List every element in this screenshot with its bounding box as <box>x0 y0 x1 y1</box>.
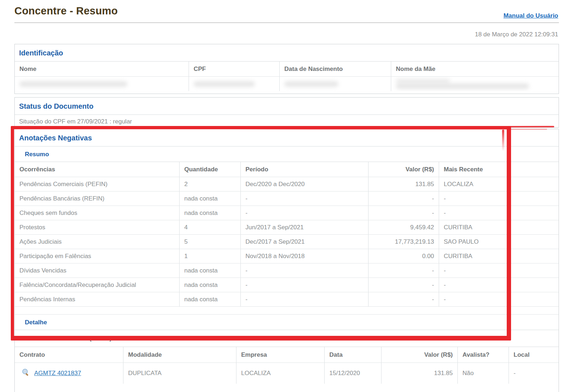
valor-cell: 17,773,219.13 <box>368 235 439 249</box>
valor-cell: - <box>368 263 439 278</box>
column-header-data: Data <box>324 347 381 362</box>
column-header-empresa: Empresa <box>236 347 324 362</box>
ocorrencia-cell: Dívidas Vencidas <box>15 263 179 278</box>
valor-cell: 9,459.42 <box>368 220 439 234</box>
table-row <box>15 77 559 91</box>
table-row: Pendências Comerciais (PEFIN) 2 Dec/2020… <box>15 177 559 192</box>
redacted-value <box>396 84 529 89</box>
ocorrencia-cell: Pendências Bancárias (REFIN) <box>15 192 179 206</box>
column-header-mae: Nome da Mãe <box>391 62 559 76</box>
magnifier-icon[interactable] <box>22 368 30 378</box>
cpf-value-cell <box>189 77 279 91</box>
concentre-report-page: Concentre - Resumo Manual do Usuário 18 … <box>0 0 569 392</box>
periodo-cell: Dec/2017 a Sep/2021 <box>240 235 368 249</box>
quantidade-cell: 1 <box>179 249 240 263</box>
column-header-mais-recente: Mais Recente <box>439 162 559 177</box>
nome-value-cell <box>15 77 189 91</box>
table-row: Pendências Internas nada consta - - - <box>15 292 559 307</box>
mais-recente-cell: - <box>439 263 559 278</box>
column-header-periodo: Período <box>240 162 368 177</box>
mais-recente-cell: - <box>439 192 559 206</box>
page-title: Concentre - Resumo <box>14 5 118 17</box>
valor-cell: - <box>368 206 439 220</box>
section-spacer <box>15 307 559 315</box>
mais-recente-cell: - <box>439 206 559 220</box>
valor-cell: - <box>368 292 439 306</box>
anotacoes-heading: Anotações Negativas <box>15 129 559 147</box>
column-header-local: Local <box>509 347 559 362</box>
quantidade-cell: nada consta <box>179 292 240 306</box>
column-header-valor: Valor (R$) <box>381 347 457 362</box>
table-row: Falência/Concordata/Recuperação Judicial… <box>15 278 559 292</box>
pefin-detail-heading: Pendências Comerciais (PEFIN) <box>15 330 559 347</box>
nascimento-value-cell <box>279 77 391 91</box>
table-row: Ações Judiciais 5 Dec/2017 a Sep/2021 17… <box>15 235 559 249</box>
ocorrencia-cell: Ações Judiciais <box>15 235 179 249</box>
column-header-cpf: CPF <box>189 62 279 76</box>
data-cell: 15/12/2020 <box>324 363 381 384</box>
quantidade-cell: nada consta <box>179 263 240 278</box>
mais-recente-cell: CURITIBA <box>439 220 559 234</box>
periodo-cell: Jun/2017 a Sep/2021 <box>240 220 368 234</box>
resumo-table: Ocorrências Quantidade Período Valor (R$… <box>15 162 559 307</box>
avalista-cell: Não <box>457 363 509 384</box>
ocorrencia-cell: Participação em Falências <box>15 249 179 263</box>
quantidade-cell: 4 <box>179 220 240 234</box>
table-row: Participação em Falências 1 Nov/2018 a N… <box>15 249 559 263</box>
valor-cell: 131.85 <box>381 363 457 384</box>
anotacoes-negativas-panel: Anotações Negativas Resumo Ocorrências Q… <box>14 129 559 392</box>
report-datetime: 18 de Março de 2022 12:09:31 <box>475 31 558 38</box>
pefin-detail-table: Contrato Modalidade Empresa Data Valor (… <box>15 347 559 384</box>
ocorrencia-cell: Pendências Comerciais (PEFIN) <box>15 177 179 191</box>
valor-cell: - <box>368 278 439 292</box>
table-row: Dívidas Vencidas nada consta - - - <box>15 263 559 278</box>
column-header-ocorrencias: Ocorrências <box>15 162 179 177</box>
mais-recente-cell: - <box>439 278 559 292</box>
quantidade-cell: nada consta <box>179 192 240 206</box>
periodo-cell: Nov/2018 a Nov/2018 <box>240 249 368 263</box>
local-cell: - <box>509 363 559 384</box>
valor-cell: - <box>368 192 439 206</box>
column-header-quantidade: Quantidade <box>179 162 240 177</box>
column-header-modalidade: Modalidade <box>123 347 236 362</box>
status-documento-panel: Status do Documento Situação do CPF em 2… <box>14 97 559 128</box>
modalidade-cell: DUPLICATA <box>123 363 236 384</box>
contract-link[interactable]: AGMTZ 4021837 <box>34 370 81 377</box>
redacted-value <box>396 79 450 82</box>
contrato-cell: AGMTZ 4021837 <box>15 363 123 384</box>
detalhe-subheading: Detalhe <box>15 315 559 330</box>
quantidade-cell: nada consta <box>179 206 240 220</box>
table-row: Protestos 4 Jun/2017 a Sep/2021 9,459.42… <box>15 220 559 235</box>
ocorrencia-cell: Protestos <box>15 220 179 234</box>
mais-recente-cell: CURITIBA <box>439 249 559 263</box>
ocorrencia-cell: Pendências Internas <box>15 292 179 306</box>
mae-value-cell <box>391 77 559 91</box>
quantidade-cell: nada consta <box>179 278 240 292</box>
mais-recente-cell: - <box>439 292 559 306</box>
manual-do-usuario-link[interactable]: Manual do Usuário <box>503 12 558 19</box>
table-header-row: Contrato Modalidade Empresa Data Valor (… <box>15 347 559 363</box>
periodo-cell: - <box>240 292 368 306</box>
periodo-cell: - <box>240 263 368 278</box>
column-header-valor: Valor (R$) <box>368 162 439 177</box>
status-heading: Status do Documento <box>15 98 559 115</box>
quantidade-cell: 5 <box>179 235 240 249</box>
identificacao-heading: Identificação <box>15 44 559 62</box>
identificacao-table: Nome CPF Data de Nascimento Nome da Mãe <box>15 62 559 91</box>
table-row: Cheques sem fundos nada consta - - - <box>15 206 559 220</box>
table-header-row: Ocorrências Quantidade Período Valor (R$… <box>15 162 559 177</box>
table-row: Pendências Bancárias (REFIN) nada consta… <box>15 192 559 206</box>
empresa-cell: LOCALIZA <box>236 363 324 384</box>
title-divider <box>14 22 559 23</box>
table-row: AGMTZ 4021837 DUPLICATA LOCALIZA 15/12/2… <box>15 363 559 384</box>
redacted-value <box>19 81 127 87</box>
periodo-cell: Dec/2020 a Dec/2020 <box>240 177 368 191</box>
resumo-subheading: Resumo <box>15 147 559 162</box>
column-header-nome: Nome <box>15 62 189 76</box>
redacted-value <box>284 81 338 87</box>
cpf-situacao-text: Situação do CPF em 27/09/2021 : regular <box>15 115 559 129</box>
quantidade-cell: 2 <box>179 177 240 191</box>
identificacao-panel: Identificação Nome CPF Data de Nasciment… <box>14 44 559 94</box>
valor-cell: 131.85 <box>368 177 439 191</box>
column-header-contrato: Contrato <box>15 347 123 362</box>
